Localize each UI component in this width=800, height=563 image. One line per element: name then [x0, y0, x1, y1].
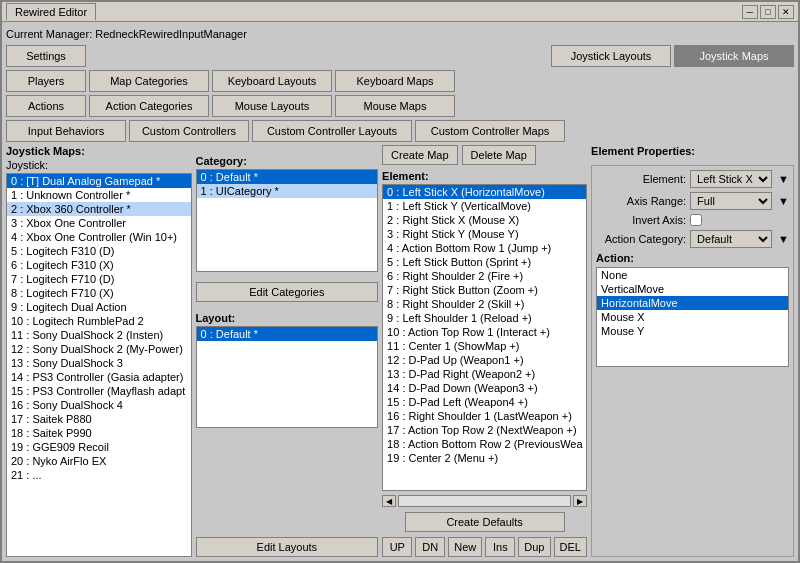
middle-panel: Category: 0 : Default * 1 : UICategory *…	[196, 145, 379, 557]
ins-button[interactable]: Ins	[485, 537, 515, 557]
keyboard-maps-button[interactable]: Keyboard Maps	[335, 70, 455, 92]
dn-button[interactable]: DN	[415, 537, 445, 557]
create-map-button[interactable]: Create Map	[382, 145, 457, 165]
joystick-list[interactable]: 0 : [T] Dual Analog Gamepad * 1 : Unknow…	[6, 173, 192, 557]
joystick-list-item-17[interactable]: 17 : Saitek P880	[7, 412, 191, 426]
action-item-mousex[interactable]: Mouse X	[597, 310, 788, 324]
delete-map-button[interactable]: Delete Map	[462, 145, 536, 165]
element-list-item-11[interactable]: 11 : Center 1 (ShowMap +)	[383, 339, 586, 353]
custom-controllers-button[interactable]: Custom Controllers	[129, 120, 249, 142]
element-list-item-17[interactable]: 17 : Action Top Row 2 (NextWeapon +)	[383, 423, 586, 437]
element-list-item-7[interactable]: 7 : Right Stick Button (Zoom +)	[383, 283, 586, 297]
element-list-item-6[interactable]: 6 : Right Shoulder 2 (Fire +)	[383, 269, 586, 283]
joystick-list-item-16[interactable]: 16 : Sony DualShock 4	[7, 398, 191, 412]
element-list-item-14[interactable]: 14 : D-Pad Down (Weapon3 +)	[383, 381, 586, 395]
element-list-item-18[interactable]: 18 : Action Bottom Row 2 (PreviousWea	[383, 437, 586, 451]
joystick-list-item-19[interactable]: 19 : GGE909 Recoil	[7, 440, 191, 454]
window-title-tab[interactable]: Rewired Editor	[6, 3, 96, 20]
element-list-item-9[interactable]: 9 : Left Shoulder 1 (Reload +)	[383, 311, 586, 325]
custom-controller-maps-button[interactable]: Custom Controller Maps	[415, 120, 565, 142]
joystick-list-item-10[interactable]: 10 : Logitech RumblePad 2	[7, 314, 191, 328]
scrollbar-right[interactable]: ▶	[573, 495, 587, 507]
up-button[interactable]: UP	[382, 537, 412, 557]
actions-button[interactable]: Actions	[6, 95, 86, 117]
axis-range-select[interactable]: Full	[690, 192, 772, 210]
element-list-item-13[interactable]: 13 : D-Pad Right (Weapon2 +)	[383, 367, 586, 381]
joystick-layouts-button[interactable]: Joystick Layouts	[551, 45, 671, 67]
category-list-item-0[interactable]: 0 : Default *	[197, 170, 378, 184]
maximize-button[interactable]: □	[760, 5, 776, 19]
action-list[interactable]: None VerticalMove HorizontalMove Mouse X…	[596, 267, 789, 367]
manager-label: Current Manager: RedneckRewiredInputMana…	[6, 26, 794, 42]
element-select[interactable]: Left Stick X	[690, 170, 772, 188]
input-behaviors-button[interactable]: Input Behaviors	[6, 120, 126, 142]
element-list-item-4[interactable]: 4 : Action Bottom Row 1 (Jump +)	[383, 241, 586, 255]
joystick-list-item-7[interactable]: 7 : Logitech F710 (D)	[7, 272, 191, 286]
invert-axis-checkbox[interactable]	[690, 214, 702, 226]
custom-controller-layouts-button[interactable]: Custom Controller Layouts	[252, 120, 412, 142]
joystick-list-item-3[interactable]: 3 : Xbox One Controller	[7, 216, 191, 230]
joystick-maps-button[interactable]: Joystick Maps	[674, 45, 794, 67]
joystick-list-item-11[interactable]: 11 : Sony DualShock 2 (Insten)	[7, 328, 191, 342]
element-list-item-3[interactable]: 3 : Right Stick Y (Mouse Y)	[383, 227, 586, 241]
element-list-item-0[interactable]: 0 : Left Stick X (HorizontalMove)	[383, 185, 586, 199]
element-list-item-8[interactable]: 8 : Right Shoulder 2 (Skill +)	[383, 297, 586, 311]
action-item-none[interactable]: None	[597, 268, 788, 282]
scrollbar-left[interactable]: ◀	[382, 495, 396, 507]
joystick-list-item-6[interactable]: 6 : Logitech F310 (X)	[7, 258, 191, 272]
joystick-list-item-1[interactable]: 1 : Unknown Controller *	[7, 188, 191, 202]
joystick-list-item-12[interactable]: 12 : Sony DualShock 2 (My-Power)	[7, 342, 191, 356]
element-scrollbar[interactable]: ◀ ▶	[382, 495, 587, 507]
title-bar-controls: ─ □ ✕	[742, 5, 794, 19]
category-list[interactable]: 0 : Default * 1 : UICategory *	[196, 169, 379, 272]
scrollbar-track[interactable]	[398, 495, 571, 507]
joystick-list-item-21[interactable]: 21 : ...	[7, 468, 191, 482]
joystick-list-item-5[interactable]: 5 : Logitech F310 (D)	[7, 244, 191, 258]
action-categories-button[interactable]: Action Categories	[89, 95, 209, 117]
layout-list[interactable]: 0 : Default *	[196, 326, 379, 429]
layout-list-item-0[interactable]: 0 : Default *	[197, 327, 378, 341]
players-button[interactable]: Players	[6, 70, 86, 92]
edit-layouts-button[interactable]: Edit Layouts	[196, 537, 379, 557]
joystick-list-item-8[interactable]: 8 : Logitech F710 (X)	[7, 286, 191, 300]
element-list[interactable]: 0 : Left Stick X (HorizontalMove) 1 : Le…	[382, 184, 587, 491]
element-list-item-2[interactable]: 2 : Right Stick X (Mouse X)	[383, 213, 586, 227]
keyboard-layouts-button[interactable]: Keyboard Layouts	[212, 70, 332, 92]
action-category-arrow: ▼	[778, 233, 789, 245]
settings-button[interactable]: Settings	[6, 45, 86, 67]
element-list-item-19[interactable]: 19 : Center 2 (Menu +)	[383, 451, 586, 465]
close-button[interactable]: ✕	[778, 5, 794, 19]
right-panel: Element Properties: Element: Left Stick …	[591, 145, 794, 557]
edit-categories-button[interactable]: Edit Categories	[196, 282, 379, 302]
element-list-item-16[interactable]: 16 : Right Shoulder 1 (LastWeapon +)	[383, 409, 586, 423]
joystick-list-item-15[interactable]: 15 : PS3 Controller (Mayflash adapt	[7, 384, 191, 398]
minimize-button[interactable]: ─	[742, 5, 758, 19]
new-button[interactable]: New	[448, 537, 482, 557]
element-list-item-10[interactable]: 10 : Action Top Row 1 (Interact +)	[383, 325, 586, 339]
action-item-mousey[interactable]: Mouse Y	[597, 324, 788, 338]
action-item-horizontalmove[interactable]: HorizontalMove	[597, 296, 788, 310]
element-list-item-12[interactable]: 12 : D-Pad Up (Weapon1 +)	[383, 353, 586, 367]
element-list-item-5[interactable]: 5 : Left Stick Button (Sprint +)	[383, 255, 586, 269]
joystick-list-item-0[interactable]: 0 : [T] Dual Analog Gamepad *	[7, 174, 191, 188]
map-categories-button[interactable]: Map Categories	[89, 70, 209, 92]
joystick-list-item-2[interactable]: 2 : Xbox 360 Controller *	[7, 202, 191, 216]
category-list-item-1[interactable]: 1 : UICategory *	[197, 184, 378, 198]
joystick-list-item-13[interactable]: 13 : Sony DualShock 3	[7, 356, 191, 370]
del-button[interactable]: DEL	[554, 537, 587, 557]
element-list-item-1[interactable]: 1 : Left Stick Y (VerticalMove)	[383, 199, 586, 213]
joystick-list-item-4[interactable]: 4 : Xbox One Controller (Win 10+)	[7, 230, 191, 244]
create-defaults-button[interactable]: Create Defaults	[405, 512, 565, 532]
action-category-select[interactable]: Default	[690, 230, 772, 248]
action-item-verticalmove[interactable]: VerticalMove	[597, 282, 788, 296]
joystick-list-item-20[interactable]: 20 : Nyko AirFlo EX	[7, 454, 191, 468]
mouse-layouts-button[interactable]: Mouse Layouts	[212, 95, 332, 117]
joystick-list-item-9[interactable]: 9 : Logitech Dual Action	[7, 300, 191, 314]
bottom-btn-row: UP DN New Ins Dup DEL	[382, 537, 587, 557]
element-properties-label: Element Properties:	[591, 145, 794, 157]
joystick-list-item-18[interactable]: 18 : Saitek P990	[7, 426, 191, 440]
joystick-list-item-14[interactable]: 14 : PS3 Controller (Gasia adapter)	[7, 370, 191, 384]
dup-button[interactable]: Dup	[518, 537, 550, 557]
element-list-item-15[interactable]: 15 : D-Pad Left (Weapon4 +)	[383, 395, 586, 409]
mouse-maps-button[interactable]: Mouse Maps	[335, 95, 455, 117]
